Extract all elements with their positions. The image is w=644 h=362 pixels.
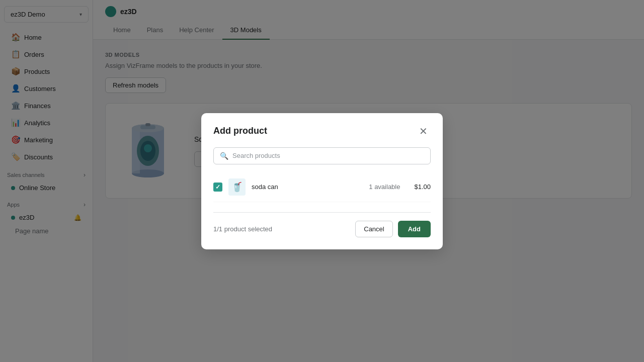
search-products-input[interactable] — [232, 152, 424, 159]
footer-actions: Cancel Add — [355, 221, 431, 237]
product-list-item: ✓ 🥤 soda can 1 available $1.00 — [213, 172, 431, 202]
product-checkbox[interactable]: ✓ — [213, 183, 222, 192]
product-price: $1.00 — [414, 183, 431, 191]
checkmark-icon: ✓ — [215, 184, 220, 191]
modal-title: Add product — [213, 126, 267, 136]
product-name: soda can — [252, 183, 363, 191]
close-modal-button[interactable]: ✕ — [416, 125, 431, 137]
cancel-button[interactable]: Cancel — [355, 221, 392, 237]
search-box[interactable]: 🔍 — [213, 147, 431, 164]
add-button[interactable]: Add — [398, 221, 431, 237]
add-product-modal: Add product ✕ 🔍 ✓ 🥤 soda can 1 available… — [201, 113, 443, 249]
product-availability: 1 available — [369, 183, 400, 191]
modal-header: Add product ✕ — [213, 125, 431, 137]
modal-footer: 1/1 product selected Cancel Add — [213, 212, 431, 237]
selection-count: 1/1 product selected — [213, 225, 272, 233]
search-icon: 🔍 — [220, 152, 228, 160]
product-thumbnail: 🥤 — [228, 178, 246, 196]
modal-overlay: Add product ✕ 🔍 ✓ 🥤 soda can 1 available… — [0, 0, 644, 362]
